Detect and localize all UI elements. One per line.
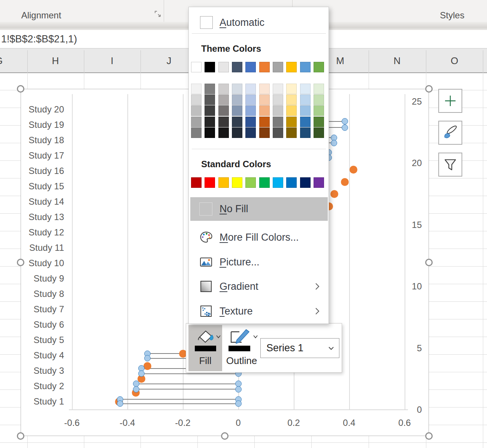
theme-color-variant-swatch[interactable]	[273, 127, 283, 138]
theme-color-variant-swatch[interactable]	[286, 94, 297, 105]
ci-endpoint-marker-study-2[interactable]	[235, 386, 242, 393]
theme-color-variant-swatch[interactable]	[259, 117, 270, 127]
theme-color-variant-swatch[interactable]	[191, 127, 202, 138]
theme-color-variant-swatch[interactable]	[245, 84, 256, 94]
estimate-marker[interactable]	[143, 362, 151, 370]
estimate-marker[interactable]	[330, 190, 338, 198]
chart-selection-handle[interactable]	[425, 85, 433, 93]
theme-color-variant-swatch[interactable]	[218, 127, 229, 138]
theme-color-variant-swatch[interactable]	[300, 84, 311, 94]
theme-color-variant-swatch[interactable]	[218, 94, 229, 105]
theme-color-variant-swatch[interactable]	[218, 117, 229, 127]
theme-color-variant-swatch[interactable]	[218, 84, 229, 94]
alignment-dialog-launcher-icon[interactable]	[154, 10, 161, 18]
standard-color-swatch[interactable]	[300, 177, 311, 188]
menu-item-automatic[interactable]: Automatic	[189, 12, 329, 33]
theme-color-variant-swatch[interactable]	[259, 105, 270, 116]
theme-color-variant-swatch[interactable]	[273, 84, 283, 94]
ci-line-study-1[interactable]	[120, 403, 238, 404]
theme-color-variant-swatch[interactable]	[191, 117, 202, 127]
theme-color-variant-swatch[interactable]	[245, 127, 256, 138]
column-header-O[interactable]: O	[443, 54, 466, 67]
fill-button[interactable]: Fill	[188, 325, 222, 371]
theme-color-variant-swatch[interactable]	[314, 105, 324, 116]
theme-color-variant-swatch[interactable]	[314, 94, 324, 105]
estimate-marker[interactable]	[341, 178, 349, 186]
ci-endpoint-marker-study-1[interactable]	[235, 400, 242, 407]
standard-color-swatch[interactable]	[191, 177, 202, 188]
chart-selection-handle[interactable]	[17, 259, 24, 266]
theme-color-swatch[interactable]	[205, 62, 215, 72]
theme-color-variant-swatch[interactable]	[218, 105, 229, 116]
theme-color-variant-swatch[interactable]	[273, 105, 283, 116]
theme-color-swatch[interactable]	[314, 62, 324, 72]
theme-color-swatch[interactable]	[191, 62, 202, 72]
chart-styles-button[interactable]	[438, 121, 462, 145]
theme-color-variant-swatch[interactable]	[314, 127, 324, 138]
standard-color-swatch[interactable]	[314, 177, 324, 188]
theme-color-variant-swatch[interactable]	[259, 127, 270, 138]
theme-color-variant-swatch[interactable]	[286, 127, 297, 138]
standard-color-swatch[interactable]	[218, 177, 229, 188]
chart-filters-button[interactable]	[438, 153, 462, 177]
theme-color-variant-swatch[interactable]	[300, 105, 311, 116]
theme-color-variant-swatch[interactable]	[273, 117, 283, 127]
formula-text[interactable]: 1!$B$2:$B$21,1)	[1, 30, 77, 48]
estimate-marker[interactable]	[350, 166, 357, 174]
theme-color-variant-swatch[interactable]	[232, 105, 242, 116]
menu-item-more-fill-colors[interactable]: More Fill Colors...	[189, 225, 329, 249]
column-header-N[interactable]: N	[386, 54, 408, 67]
theme-color-variant-swatch[interactable]	[286, 117, 297, 127]
theme-color-swatch[interactable]	[218, 62, 229, 72]
theme-color-variant-swatch[interactable]	[232, 94, 242, 105]
column-header-J[interactable]: J	[158, 54, 180, 67]
series-selector-dropdown[interactable]: Series 1	[260, 338, 339, 358]
ci-endpoint-marker-study-2[interactable]	[133, 386, 139, 393]
theme-color-swatch[interactable]	[286, 62, 297, 72]
theme-color-swatch[interactable]	[300, 62, 311, 72]
theme-color-variant-swatch[interactable]	[205, 94, 215, 105]
standard-color-swatch[interactable]	[232, 177, 242, 188]
outline-button[interactable]: Outline	[224, 325, 260, 371]
chart-elements-button[interactable]	[438, 89, 462, 113]
theme-color-variant-swatch[interactable]	[205, 117, 215, 127]
column-header-H[interactable]: H	[44, 54, 67, 67]
theme-color-variant-swatch[interactable]	[245, 117, 256, 127]
menu-item-texture[interactable]: Texture	[189, 299, 329, 323]
standard-color-swatch[interactable]	[245, 177, 256, 188]
menu-item-no-fill[interactable]: No Fill	[190, 197, 328, 221]
theme-color-variant-swatch[interactable]	[286, 105, 297, 116]
theme-color-variant-swatch[interactable]	[259, 94, 270, 105]
column-header-M[interactable]: M	[329, 54, 351, 67]
theme-color-variant-swatch[interactable]	[191, 84, 202, 94]
menu-item-gradient[interactable]: Gradient	[189, 274, 329, 298]
column-header-G[interactable]: G	[0, 54, 10, 67]
theme-color-swatch[interactable]	[259, 62, 270, 72]
theme-color-variant-swatch[interactable]	[314, 84, 324, 94]
theme-color-swatch[interactable]	[273, 62, 283, 72]
ci-endpoint-marker-study-18[interactable]	[331, 140, 337, 146]
theme-color-variant-swatch[interactable]	[245, 94, 256, 105]
ci-endpoint-marker-study-19[interactable]	[342, 124, 348, 131]
ci-endpoint-marker-study-4[interactable]	[144, 355, 151, 361]
ci-endpoint-marker-study-1[interactable]	[117, 400, 123, 407]
chart-selection-handle[interactable]	[221, 432, 229, 440]
theme-color-variant-swatch[interactable]	[232, 127, 242, 138]
chart-selection-handle[interactable]	[17, 432, 24, 440]
theme-color-variant-swatch[interactable]	[205, 84, 215, 94]
theme-color-variant-swatch[interactable]	[259, 84, 270, 94]
standard-color-swatch[interactable]	[286, 177, 297, 188]
ci-line-study-3[interactable]	[142, 373, 238, 374]
theme-color-variant-swatch[interactable]	[205, 105, 215, 116]
ci-line-study-2[interactable]	[136, 389, 238, 390]
theme-color-swatch[interactable]	[245, 62, 256, 72]
chart-selection-handle[interactable]	[425, 432, 433, 440]
theme-color-variant-swatch[interactable]	[300, 117, 311, 127]
theme-color-variant-swatch[interactable]	[232, 84, 242, 94]
standard-color-swatch[interactable]	[205, 177, 215, 188]
standard-color-swatch[interactable]	[259, 177, 270, 188]
theme-color-variant-swatch[interactable]	[245, 105, 256, 116]
theme-color-variant-swatch[interactable]	[273, 94, 283, 105]
theme-color-variant-swatch[interactable]	[191, 105, 202, 116]
standard-color-swatch[interactable]	[273, 177, 283, 188]
